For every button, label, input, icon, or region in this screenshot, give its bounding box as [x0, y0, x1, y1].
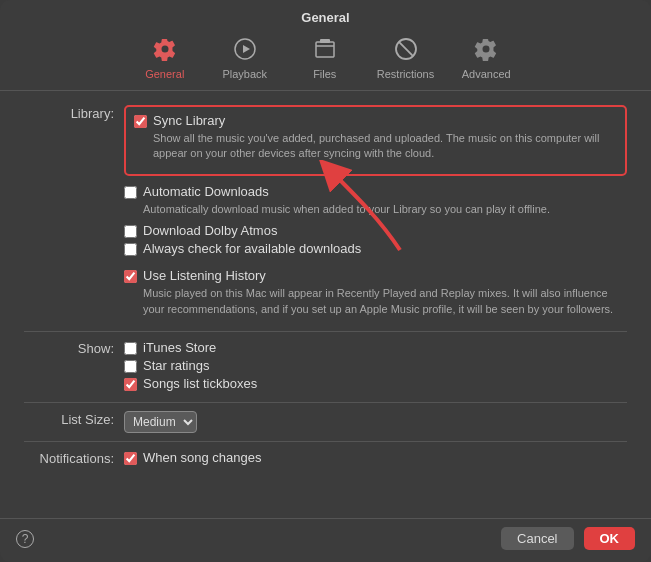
sync-library-highlight: Sync Library Show all the music you've a… [124, 105, 627, 176]
tab-general-label: General [145, 68, 184, 80]
tab-advanced-label: Advanced [462, 68, 511, 80]
history-row: Use Listening History Music played on th… [24, 268, 627, 323]
tab-general[interactable]: General [137, 37, 193, 80]
use-history-desc: Music played on this Mac will appear in … [143, 286, 627, 317]
tab-advanced[interactable]: Advanced [458, 37, 514, 80]
use-history-label: Use Listening History [143, 268, 266, 283]
gear-icon [153, 37, 177, 65]
list-size-select[interactable]: Small Medium Large [124, 411, 197, 433]
library-options: Sync Library Show all the music you've a… [124, 105, 627, 264]
bottom-bar: ? Cancel OK [0, 518, 651, 562]
play-icon [233, 37, 257, 65]
tab-playback-label: Playback [222, 68, 267, 80]
download-dolby-checkbox[interactable] [124, 225, 137, 238]
when-song-changes-row: When song changes [124, 450, 627, 465]
songs-tickboxes-label: Songs list tickboxes [143, 376, 257, 391]
ok-button[interactable]: OK [584, 527, 636, 550]
download-dolby-label: Download Dolby Atmos [143, 223, 277, 238]
action-buttons: Cancel OK [501, 527, 635, 550]
automatic-downloads-checkbox[interactable] [124, 186, 137, 199]
list-size-row: List Size: Small Medium Large [24, 411, 627, 433]
notifications-row: Notifications: When song changes [24, 450, 627, 468]
notifications-label: Notifications: [24, 450, 124, 466]
always-check-row: Always check for available downloads [124, 241, 627, 256]
tab-files-label: Files [313, 68, 336, 80]
automatic-downloads-label: Automatic Downloads [143, 184, 269, 199]
settings-content: Library: Sync Library Show all the music… [0, 91, 651, 518]
sync-library-row: Sync Library [134, 113, 617, 128]
show-row: Show: iTunes Store Star ratings Songs li… [24, 340, 627, 394]
library-row: Library: Sync Library Show all the music… [24, 105, 627, 264]
use-history-row: Use Listening History [124, 268, 627, 283]
tab-restrictions-label: Restrictions [377, 68, 434, 80]
divider-2 [24, 402, 627, 403]
window-title: General [0, 0, 651, 31]
automatic-downloads-row: Automatic Downloads [124, 184, 627, 199]
sync-library-desc: Show all the music you've added, purchas… [153, 131, 617, 162]
star-ratings-label: Star ratings [143, 358, 209, 373]
itunes-store-checkbox[interactable] [124, 342, 137, 355]
download-dolby-row: Download Dolby Atmos [124, 223, 627, 238]
help-button[interactable]: ? [16, 530, 34, 548]
toolbar: General Playback [0, 31, 651, 91]
show-options: iTunes Store Star ratings Songs list tic… [124, 340, 627, 394]
songs-tickboxes-row: Songs list tickboxes [124, 376, 627, 391]
advanced-icon [474, 37, 498, 65]
always-check-label: Always check for available downloads [143, 241, 361, 256]
itunes-store-label: iTunes Store [143, 340, 216, 355]
when-song-changes-checkbox[interactable] [124, 452, 137, 465]
star-ratings-checkbox[interactable] [124, 360, 137, 373]
list-size-label: List Size: [24, 411, 124, 427]
sync-library-label: Sync Library [153, 113, 225, 128]
when-song-changes-label: When song changes [143, 450, 262, 465]
history-options: Use Listening History Music played on th… [124, 268, 627, 323]
use-history-checkbox[interactable] [124, 270, 137, 283]
sync-library-checkbox[interactable] [134, 115, 147, 128]
library-label: Library: [24, 105, 124, 121]
cancel-button[interactable]: Cancel [501, 527, 573, 550]
restrictions-icon [394, 37, 418, 65]
svg-line-5 [398, 42, 412, 56]
files-icon [313, 37, 337, 65]
svg-rect-3 [320, 39, 330, 43]
show-label: Show: [24, 340, 124, 356]
itunes-store-row: iTunes Store [124, 340, 627, 355]
tab-files[interactable]: Files [297, 37, 353, 80]
divider-3 [24, 441, 627, 442]
svg-marker-1 [243, 45, 250, 53]
always-check-checkbox[interactable] [124, 243, 137, 256]
star-ratings-row: Star ratings [124, 358, 627, 373]
automatic-downloads-desc: Automatically download music when added … [143, 202, 627, 217]
tab-playback[interactable]: Playback [217, 37, 273, 80]
divider-1 [24, 331, 627, 332]
tab-restrictions[interactable]: Restrictions [377, 37, 434, 80]
songs-tickboxes-checkbox[interactable] [124, 378, 137, 391]
svg-rect-2 [316, 42, 334, 57]
